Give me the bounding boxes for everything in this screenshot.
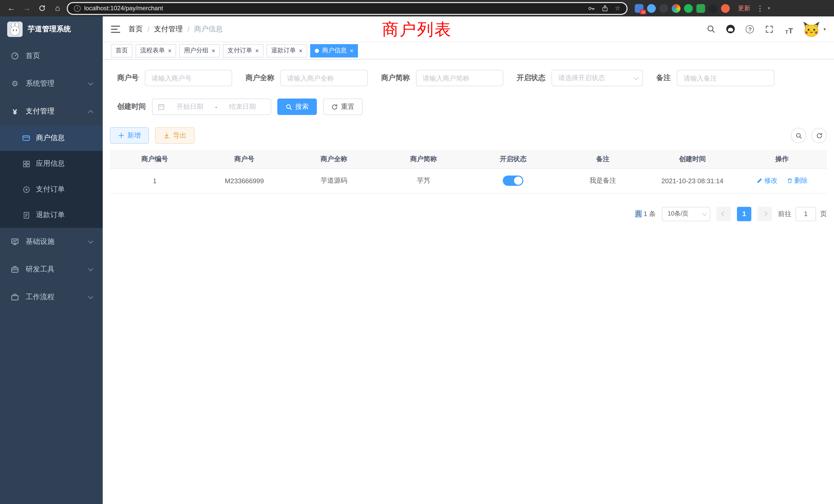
tab-process-form[interactable]: 流程表单 × [136,44,176,57]
sidebar-item-payment[interactable]: ¥ 支付管理 [0,97,103,125]
page-annotation: 商户列表 [382,19,452,41]
column-header: 商户全称 [289,150,379,168]
breadcrumb-separator: / [147,25,150,33]
close-icon[interactable]: × [212,47,215,54]
merchant-short-input[interactable] [416,70,503,86]
main-content: 商户号 商户全称 商户简称 开启状态 请选择开启状态 [103,60,834,504]
font-size-icon[interactable]: TT [784,23,795,35]
export-button[interactable]: 导出 [155,127,195,144]
sidebar-item-label: 研发工具 [26,265,54,274]
browser-menu-icon[interactable]: ⋮ [756,4,764,12]
extension-icon[interactable] [709,4,718,13]
chevron-down-icon [702,211,707,215]
extension-icon[interactable] [672,4,680,13]
search-button[interactable]: 搜索 [277,98,317,115]
toggle-search-button[interactable] [791,128,806,143]
sidebar-item-label: 工作流程 [26,293,54,302]
breadcrumb: 首页 / 支付管理 / 商户信息 [128,24,223,33]
tab-home[interactable]: 首页 [111,44,132,57]
extension-icon[interactable] [696,4,705,13]
fullscreen-icon[interactable] [764,23,775,35]
table-header-row: 商户编号 商户号 商户全称 商户简称 开启状态 备注 创建时间 操作 [110,150,827,168]
github-icon[interactable] [725,23,736,35]
remark-input[interactable] [677,70,774,86]
create-time-range-picker[interactable]: 开始日期 - 结束日期 [152,98,271,115]
home-icon[interactable]: ⌂ [51,2,64,14]
merchant-no-label: 商户号 [117,73,139,83]
logo-image [7,22,23,37]
tab-merchant-info[interactable]: 商户信息 × [310,44,358,57]
status-select[interactable]: 请选择开启状态 [552,70,643,86]
help-icon[interactable]: ? [744,23,756,35]
next-page-button[interactable] [758,207,772,221]
user-avatar[interactable]: ▾ [803,21,826,37]
create-time-label: 创建时间 [117,102,146,111]
extension-icon[interactable] [659,4,668,13]
breadcrumb-item[interactable]: 支付管理 [154,24,183,33]
extension-icon[interactable]: 10 [635,4,643,13]
goto-label: 前往 [778,209,791,219]
forward-icon[interactable]: → [21,2,33,14]
merchant-name-input[interactable] [280,70,368,86]
calendar-icon [158,103,165,110]
caret-down-icon: ▾ [824,26,826,31]
cell-create-time: 2021-10-23 08:31:14 [648,168,737,193]
extensions-cluster: 10 [635,4,730,13]
chevron-down-icon [88,266,93,271]
password-key-icon[interactable] [588,4,595,12]
tab-pay-order[interactable]: 支付订单 × [223,44,263,57]
toolbox-icon [10,265,20,274]
cell-full-name: 芋道源码 [289,168,379,193]
address-bar[interactable]: i localhost:1024/pay/merchant ☆ [67,2,628,15]
status-toggle[interactable] [503,176,524,186]
profile-avatar[interactable] [721,4,730,13]
sidebar-item-pay-order[interactable]: 支付订单 [0,177,103,202]
page-number-button[interactable]: 1 [737,207,751,221]
extension-icon[interactable] [684,4,693,13]
chevron-up-icon [88,110,93,115]
sidebar-item-label: 退款订单 [36,210,65,220]
status-label: 开启状态 [517,73,545,83]
edit-link[interactable]: 修改 [756,176,777,185]
share-icon[interactable] [601,5,609,12]
page-size-select[interactable]: 10条/页 [662,207,710,221]
breadcrumb-separator: / [188,25,190,33]
prev-page-button[interactable] [717,207,731,221]
sidebar-item-label: 应用信息 [36,159,65,168]
breadcrumb-item[interactable]: 首页 [128,24,143,33]
sidebar-toggle-icon[interactable] [111,25,120,32]
reset-button[interactable]: 重置 [323,98,363,115]
gear-icon: ⚙ [10,79,20,88]
chrome-update-button[interactable]: 更新 [738,4,750,13]
app-logo[interactable]: 芋道管理系统 [0,17,103,42]
merchant-name-label: 商户全称 [245,73,274,83]
breadcrumb-current: 商户信息 [194,24,223,33]
tab-user-group[interactable]: 用户分组 × [179,44,220,57]
add-button[interactable]: 新增 [110,127,149,144]
sidebar-item-infrastructure[interactable]: 基础设施 [0,228,103,256]
close-icon[interactable]: × [255,47,259,54]
bookmark-star-icon[interactable]: ☆ [615,5,620,12]
delete-link[interactable]: 删除 [787,176,808,185]
merchant-no-input[interactable] [145,70,232,86]
sidebar-item-home[interactable]: 首页 [0,42,103,70]
extension-icon[interactable] [647,4,656,13]
back-icon[interactable]: ← [5,2,18,14]
sidebar-item-dev-tools[interactable]: 研发工具 [0,256,103,283]
sidebar-item-system[interactable]: ⚙ 系统管理 [0,70,103,97]
close-icon[interactable]: × [350,47,353,54]
reload-icon[interactable] [36,2,48,14]
sidebar-item-app-info[interactable]: 应用信息 [0,151,103,177]
column-header: 商户号 [199,150,289,168]
close-icon[interactable]: × [299,47,303,54]
site-info-icon[interactable]: i [74,5,81,12]
sidebar-item-refund-order[interactable]: 退款订单 [0,202,103,228]
sidebar-item-merchant-info[interactable]: 商户信息 [0,125,103,151]
goto-page-input[interactable] [795,207,816,221]
close-icon[interactable]: × [168,47,172,54]
tab-refund-order[interactable]: 退款订单 × [266,44,307,57]
refresh-button[interactable] [811,128,827,143]
sidebar-item-workflow[interactable]: 工作流程 [0,283,103,311]
screen: ← → ⌂ i localhost:1024/pay/merchant ☆ 10 [0,0,834,504]
search-icon[interactable] [705,23,717,35]
